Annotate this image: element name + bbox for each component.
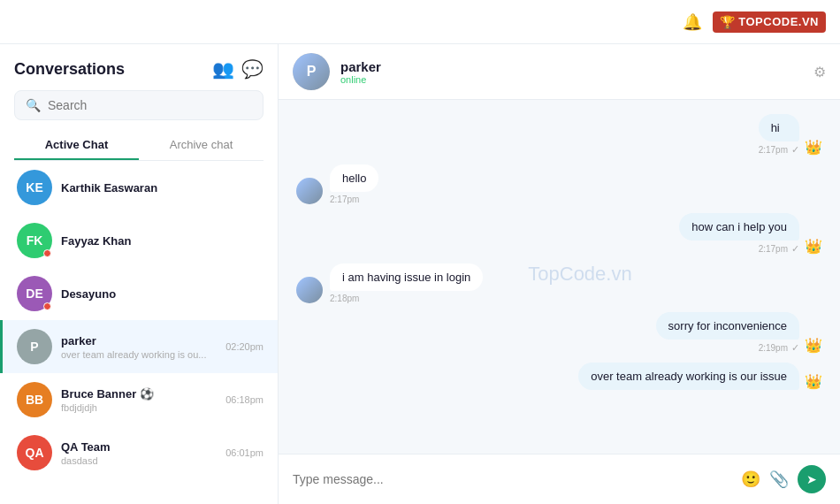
contact-info-ke: Karthik Easwaran [61, 181, 263, 195]
group-icon[interactable]: 👥 [212, 58, 234, 80]
message-row-m6: over team already working is our issue 👑 [296, 363, 822, 390]
sidebar: Conversations 👥 💬 🔍 Active Chat Archive … [0, 44, 279, 504]
crown-icon-m1: 👑 [805, 139, 822, 156]
contact-info-fk: Fayyaz Khan [61, 234, 263, 248]
contact-item-fk[interactable]: FK Fayyaz Khan [0, 214, 278, 267]
msg-meta-m4: 2:18pm [330, 294, 483, 303]
msg-meta-m1: 2:17pm ✓ [759, 144, 799, 156]
main-container: Conversations 👥 💬 🔍 Active Chat Archive … [0, 44, 840, 504]
brand-logo: 🏆 TOPCODE.VN [713, 11, 826, 33]
sidebar-header: Conversations 👥 💬 [0, 44, 278, 80]
msg-check-m1: ✓ [791, 144, 799, 156]
chat-input-area: 🙂 📎 ➤ [279, 454, 840, 504]
msg-content-m5: sorry for inconvenience 2:19pm ✓ [656, 312, 799, 354]
contact-preview-parker: over team already working is ou... [61, 349, 217, 360]
avatar-ke-initials: KE [26, 180, 42, 195]
msg-bubble-m4: i am having issue in login [330, 263, 483, 291]
message-row-m5: sorry for inconvenience 2:19pm ✓ 👑 [296, 312, 822, 354]
chat-user-info: parker online [340, 59, 381, 85]
msg-bubble-m6: over team already working is our issue [578, 363, 799, 390]
search-box: 🔍 [14, 90, 263, 120]
contact-item-bb[interactable]: BB Bruce Banner ⚽ fbdjdjdjh 06:18pm [0, 373, 278, 426]
msg-meta-m2: 2:17pm [330, 195, 378, 204]
tab-active-chat[interactable]: Active Chat [14, 131, 139, 160]
msg-bubble-m5: sorry for inconvenience [656, 312, 799, 340]
contact-info-bb: Bruce Banner ⚽ fbdjdjdjh [61, 387, 217, 413]
messages-wrapper: TopCode.vn hi 2:17pm ✓ 👑 [279, 100, 840, 454]
message-row-m2: hello 2:17pm [296, 164, 822, 204]
topbar-icons: 🔔 🏆 TOPCODE.VN [683, 11, 826, 33]
contact-time-qa: 06:01pm [225, 447, 263, 458]
msg-time-m5: 2:19pm [759, 343, 788, 353]
contact-item-qa[interactable]: QA QA Team dasdasd 06:01pm [0, 426, 278, 479]
msg-check-m5: ✓ [791, 342, 799, 354]
contact-item-ke[interactable]: KE Karthik Easwaran [0, 161, 278, 214]
msg-time-m3: 2:17pm [759, 244, 788, 254]
msg-avatar-m4 [296, 277, 323, 303]
gear-icon[interactable]: ⚙ [813, 64, 826, 80]
send-button[interactable]: ➤ [798, 465, 826, 493]
msg-content-m1: hi 2:17pm ✓ [759, 114, 799, 156]
messages-area: hi 2:17pm ✓ 👑 hello [279, 100, 840, 404]
msg-bubble-m2: hello [330, 164, 378, 192]
contact-list: KE Karthik Easwaran FK Fayyaz Khan [0, 161, 278, 504]
chat-header: P parker online ⚙ [279, 44, 840, 100]
avatar-qa-initials: QA [26, 446, 44, 460]
msg-check-m3: ✓ [791, 243, 799, 255]
chat-user-avatar: P [293, 53, 330, 90]
chat-user-name: parker [340, 59, 381, 74]
msg-content-m4: i am having issue in login 2:18pm [330, 263, 483, 303]
brand-logo-text: TOPCODE.VN [738, 15, 819, 28]
bell-icon[interactable]: 🔔 [683, 12, 702, 32]
status-dot-de [43, 302, 51, 310]
message-row-m1: hi 2:17pm ✓ 👑 [296, 114, 822, 156]
msg-meta-m3: 2:17pm ✓ [679, 243, 799, 255]
avatar-fk-initials: FK [27, 233, 43, 248]
contact-name-fk: Fayyaz Khan [61, 234, 263, 248]
contact-info-parker: parker over team already working is ou..… [61, 334, 217, 360]
message-input[interactable] [293, 472, 732, 486]
chat-header-left: P parker online [293, 53, 381, 90]
avatar-parker-initials: P [30, 340, 38, 354]
emoji-icon[interactable]: 🙂 [741, 470, 760, 489]
chat-tabs: Active Chat Archive chat [14, 131, 263, 161]
contact-name-parker: parker [61, 334, 217, 347]
crown-icon-m3: 👑 [805, 238, 822, 255]
tab-archive-chat[interactable]: Archive chat [139, 131, 263, 160]
contact-time-parker: 02:20pm [225, 341, 263, 352]
input-icons: 🙂 📎 [741, 470, 789, 489]
contact-name-qa: QA Team [61, 440, 217, 454]
msg-meta-m5: 2:19pm ✓ [656, 342, 799, 354]
msg-content-m2: hello 2:17pm [330, 164, 378, 204]
contact-time-bb: 06:18pm [225, 394, 263, 405]
avatar-fk: FK [17, 223, 52, 258]
contact-item-de[interactable]: DE Desayuno [0, 267, 278, 320]
msg-time-m1: 2:17pm [759, 145, 788, 155]
search-input[interactable] [48, 98, 252, 112]
msg-time-m2: 2:17pm [330, 195, 359, 204]
message-row-m4: i am having issue in login 2:18pm [296, 263, 822, 303]
contact-info-qa: QA Team dasdasd [61, 440, 217, 466]
sidebar-header-icons: 👥 💬 [212, 58, 263, 80]
avatar-ke: KE [17, 170, 52, 205]
msg-content-m6: over team already working is our issue [578, 363, 799, 390]
avatar-bb-initials: BB [26, 393, 43, 407]
message-row-m3: how can i help you 2:17pm ✓ 👑 [296, 213, 822, 255]
avatar-parker: P [17, 329, 52, 364]
msg-time-m4: 2:18pm [330, 294, 359, 303]
contact-preview-bb: fbdjdjdjh [61, 402, 217, 413]
avatar-bb: BB [17, 382, 52, 417]
contact-item-parker[interactable]: P parker over team already working is ou… [0, 320, 278, 373]
crown-icon-m6: 👑 [805, 373, 822, 390]
sidebar-title: Conversations [14, 60, 125, 79]
attachment-icon[interactable]: 📎 [769, 470, 789, 489]
avatar-qa: QA [17, 435, 52, 470]
avatar-de: DE [17, 276, 52, 311]
search-icon: 🔍 [26, 98, 41, 112]
msg-avatar-m2 [296, 178, 323, 204]
msg-bubble-m3: how can i help you [679, 213, 799, 241]
brand-logo-icon: 🏆 [720, 15, 735, 29]
contact-name-ke: Karthik Easwaran [61, 181, 263, 195]
msg-bubble-m1: hi [759, 114, 799, 141]
new-chat-icon[interactable]: 💬 [241, 58, 263, 80]
